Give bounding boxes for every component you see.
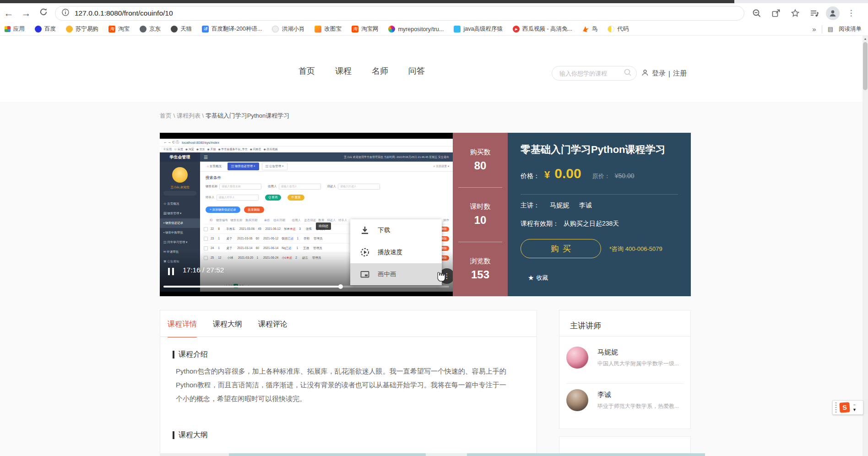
tab-course-detail[interactable]: 课程详情: [168, 320, 197, 337]
stat-lessons: 课时数 10: [453, 187, 508, 242]
admin-input: 请输入归还人: [338, 184, 380, 190]
scrollbar-thumb[interactable]: [863, 42, 868, 90]
breadcrumb-course-list[interactable]: 课程列表: [177, 112, 201, 119]
reading-list-button[interactable]: 阅读清单: [839, 25, 862, 33]
url-text[interactable]: 127.0.0.1:8080/front/couinfo/10: [75, 9, 173, 17]
course-search[interactable]: [552, 66, 637, 81]
bookmark-item[interactable]: 苏宁易购: [66, 25, 98, 33]
stat-views: 浏览数 153: [453, 242, 508, 296]
course-teachers: 主讲： 马妮妮 李诚: [521, 201, 592, 210]
scrollbar-up-icon[interactable]: ▲: [863, 36, 868, 41]
admin-tab-active: ▤ 物资借还管理 ×: [228, 163, 259, 170]
admin-tab: ⌂ 首页概况: [204, 163, 225, 170]
nav-item-home[interactable]: 首页: [298, 65, 315, 76]
profile-avatar[interactable]: [826, 6, 840, 20]
teacher-link[interactable]: 马妮妮: [550, 201, 569, 210]
breadcrumb-sep: \: [202, 112, 204, 119]
menu-item-download[interactable]: 下载: [350, 219, 442, 241]
bookmark-item[interactable]: 译百度翻译-200种语...: [202, 25, 262, 33]
admin-form-row: 经手人请输入经手人 Q 查询 ⟳ 重置: [206, 195, 304, 201]
video-progress-bar[interactable]: [163, 286, 449, 288]
admin-input: 请输入借用人: [279, 184, 321, 190]
media-controls-icon[interactable]: [807, 5, 822, 21]
breadcrumb-sep: \: [174, 112, 175, 119]
pause-icon[interactable]: [168, 268, 174, 275]
bookmark-item[interactable]: 洪湖小肖: [272, 25, 304, 33]
breadcrumb: 首页 \ 课程列表 \ 零基础入门学习Python课程学习: [160, 112, 289, 120]
menu-item-picture-in-picture[interactable]: 画中画: [350, 263, 442, 285]
bookmark-item[interactable]: 应用: [5, 25, 25, 33]
address-bar[interactable]: 127.0.0.1:8080/front/couinfo/10: [55, 6, 744, 21]
bookmark-item[interactable]: 代码: [608, 25, 629, 33]
nav-item-qa[interactable]: 问答: [408, 65, 425, 76]
bookmark-item[interactable]: myrepository/tru...: [388, 26, 444, 33]
bookmarks-overflow-icon[interactable]: »: [812, 25, 816, 33]
admin-add-button: + 添加物资借还记录: [206, 206, 240, 213]
instructors-card: 主讲讲师 马妮妮 中国人民大学附属中学数学一级... 李诚 毕业于师范大学数学系…: [559, 310, 691, 429]
nav-item-teachers[interactable]: 名师: [372, 65, 388, 76]
bird-icon: [582, 26, 589, 33]
bookmark-item[interactable]: 改图宝: [315, 25, 342, 33]
bookmark-item[interactable]: 百度: [35, 25, 56, 33]
bookmark-item[interactable]: 天猫: [171, 25, 192, 33]
instructor-row[interactable]: 马妮妮 中国人民大学附属中学数学一级...: [566, 347, 684, 369]
admin-actions: + 添加物资借还记录 批量删除: [206, 206, 264, 213]
breadcrumb-home[interactable]: 首页: [160, 112, 172, 119]
forward-icon[interactable]: →: [17, 8, 35, 19]
video-progress-knob[interactable]: [338, 284, 343, 289]
back-icon[interactable]: ←: [0, 8, 17, 19]
tab-course-outline[interactable]: 课程大纲: [213, 320, 242, 337]
bookmark-item[interactable]: java高级程序猿: [454, 25, 502, 33]
baidu-translate-icon: 译: [202, 26, 209, 33]
star-icon: ★: [528, 274, 534, 282]
floating-tool-widget[interactable]: S − ▼: [832, 400, 863, 415]
register-link[interactable]: 注册: [673, 69, 687, 78]
widget-arrow-icon[interactable]: ▼: [852, 407, 857, 413]
main-nav: 首页 课程 名师 问答: [298, 65, 425, 76]
course-validity: 课程有效期： 从购买之日起238天: [521, 220, 619, 228]
download-icon: [359, 225, 370, 235]
widget-minimize-icon[interactable]: −: [853, 402, 856, 407]
browser-menu-icon[interactable]: ⋮: [843, 5, 859, 21]
reload-icon[interactable]: [35, 7, 52, 19]
bookmark-item[interactable]: 京东: [140, 25, 161, 33]
video-admin-avatar: [172, 167, 188, 183]
tool-logo-icon[interactable]: S: [839, 402, 850, 413]
zoom-icon[interactable]: [749, 5, 765, 21]
search-input[interactable]: [559, 70, 624, 77]
bookmark-item[interactable]: 淘淘宝: [108, 25, 130, 33]
instructors-title: 主讲讲师: [570, 320, 601, 331]
bookmark-item[interactable]: ▶西瓜视频 - 高清免...: [513, 25, 572, 33]
teacher-link[interactable]: 李诚: [579, 201, 592, 210]
share-icon[interactable]: [768, 5, 784, 21]
user-icon: [641, 69, 649, 78]
bookmark-item[interactable]: 淘淘宝网: [352, 25, 379, 33]
picture-in-picture-icon: [359, 269, 370, 279]
menu-item-playback-speed[interactable]: 播放速度: [350, 241, 442, 263]
login-link[interactable]: 登录: [652, 69, 666, 78]
video-player[interactable]: ← → C ⓘ localhost:8080/sys/index ⠿ 应用 ☆ …: [160, 133, 453, 296]
course-title: 零基础入门学习Python课程学习: [521, 143, 681, 157]
tab-course-comments[interactable]: 课程评论: [258, 320, 288, 337]
bookmark-item[interactable]: 鸟: [582, 25, 598, 33]
drag-handle[interactable]: [835, 402, 837, 413]
menu-item: ☆ 首页概况: [160, 199, 200, 209]
instructor-desc: 毕业于师范大学数学系，热爱教...: [597, 402, 684, 410]
admin-query-button: Q 查询: [265, 195, 282, 201]
section-outline-title: 课程大纲: [173, 430, 208, 440]
instructor-row[interactable]: 李诚 毕业于师范大学数学系，热爱教...: [566, 389, 684, 411]
repository-icon: [388, 26, 395, 33]
bookmark-star-icon[interactable]: [787, 5, 803, 21]
buy-button[interactable]: 购买: [521, 239, 601, 258]
apps-grid-icon: [5, 26, 11, 32]
divider: [822, 25, 822, 33]
favorite-button[interactable]: ★ 收藏: [528, 274, 548, 282]
xigua-video-icon: ▶: [513, 26, 520, 33]
site-info-icon[interactable]: [62, 9, 69, 18]
section-bar: [173, 351, 174, 358]
search-icon[interactable]: [624, 68, 632, 78]
page-scrollbar[interactable]: ▲: [863, 36, 868, 456]
admin-reset-button: ⟳ 重置: [288, 195, 304, 201]
course-stats: 购买数 80 课时数 10 浏览数 153: [453, 133, 508, 296]
nav-item-courses[interactable]: 课程: [335, 65, 352, 76]
